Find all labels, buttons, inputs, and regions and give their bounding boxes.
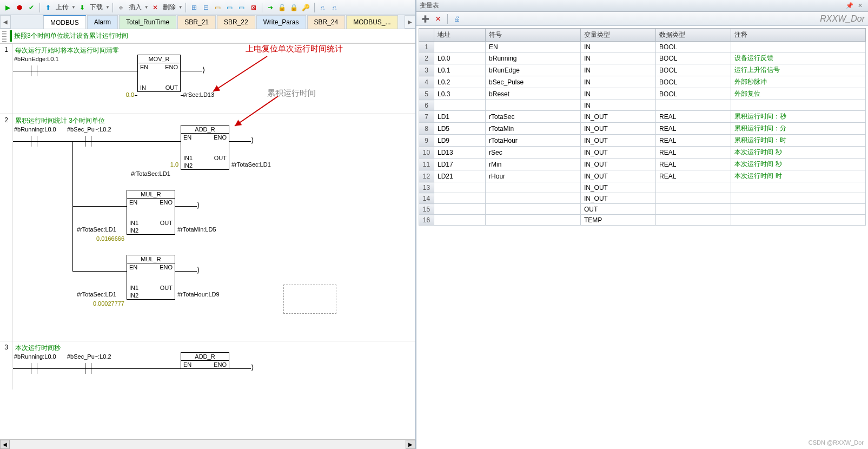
upload-icon[interactable]: ⬆: [43, 2, 54, 13]
cell-address[interactable]: [434, 204, 486, 215]
cell-address[interactable]: [434, 42, 486, 52]
lock-icon[interactable]: 🔓: [277, 2, 288, 13]
cell-symbol[interactable]: bReset: [486, 88, 581, 100]
table-row[interactable]: 5 L0.3 bReset IN BOOL 外部复位: [419, 88, 866, 100]
cell-vartype[interactable]: IN_OUT: [580, 159, 655, 170]
function-block[interactable]: ADD_R ENENO: [181, 352, 229, 369]
cell-datatype[interactable]: BOOL: [656, 42, 731, 52]
ladder-editor[interactable]: 按照3个时间单位统计设备累计运行时间 1 每次运行开始时将本次运行时间清零 #b…: [0, 29, 415, 439]
delete-label[interactable]: 删除: [163, 3, 176, 12]
table-row[interactable]: 4 L0.2 bSec_Pulse IN BOOL 外部秒脉冲: [419, 76, 866, 88]
cell-datatype[interactable]: [656, 193, 731, 204]
cell-datatype[interactable]: BOOL: [656, 52, 731, 64]
cell-vartype[interactable]: IN_OUT: [580, 193, 655, 204]
cell-vartype[interactable]: IN: [580, 88, 655, 100]
cell-comment[interactable]: [731, 215, 866, 226]
cell-datatype[interactable]: BOOL: [656, 76, 731, 88]
col-address[interactable]: 地址: [434, 29, 486, 42]
cell-address[interactable]: LD17: [434, 159, 486, 170]
cell-comment[interactable]: 累积运行时间：分: [731, 123, 866, 135]
cell-datatype[interactable]: REAL: [656, 159, 731, 170]
cell-address[interactable]: LD9: [434, 135, 486, 147]
branch-icon[interactable]: ⎌: [329, 2, 340, 13]
table-row[interactable]: 1 EN IN BOOL: [419, 42, 866, 52]
stop-icon[interactable]: ⬢: [14, 2, 25, 13]
folder-x-icon[interactable]: ⊠: [248, 2, 259, 13]
cell-vartype[interactable]: TEMP: [580, 215, 655, 226]
cell-address[interactable]: [434, 100, 486, 111]
table-row[interactable]: 15 OUT: [419, 204, 866, 215]
cell-symbol[interactable]: [486, 100, 581, 111]
dropdown-icon[interactable]: ▼: [178, 5, 183, 10]
cell-comment[interactable]: 本次运行时间 秒: [731, 159, 866, 170]
table-row[interactable]: 10 LD13 rSec IN_OUT REAL 本次运行时间 秒: [419, 147, 866, 159]
cell-symbol[interactable]: rTotaMin: [486, 123, 581, 135]
cell-datatype[interactable]: [656, 100, 731, 111]
cell-datatype[interactable]: [656, 182, 731, 193]
cell-vartype[interactable]: IN: [580, 42, 655, 52]
cell-address[interactable]: LD1: [434, 111, 486, 123]
cell-address[interactable]: L0.2: [434, 76, 486, 88]
pin-icon[interactable]: 📌: [846, 2, 853, 9]
cell-address[interactable]: L0.0: [434, 52, 486, 64]
table-row[interactable]: 2 L0.0 bRunning IN BOOL 设备运行反馈: [419, 52, 866, 64]
col-vartype[interactable]: 变量类型: [580, 29, 655, 42]
insert-icon[interactable]: ⎆: [116, 2, 127, 13]
function-block[interactable]: ADD_R ENENO IN1OUT IN2: [181, 125, 229, 170]
table-row[interactable]: 13 IN_OUT: [419, 182, 866, 193]
cell-symbol[interactable]: [486, 215, 581, 226]
table-row[interactable]: 7 LD1 rTotaSec IN_OUT REAL 累积运行时间：秒: [419, 111, 866, 123]
cell-comment[interactable]: [731, 204, 866, 215]
download-label[interactable]: 下载: [90, 3, 103, 12]
cell-address[interactable]: L0.3: [434, 88, 486, 100]
cell-comment[interactable]: [731, 182, 866, 193]
contact-icon[interactable]: [83, 363, 93, 374]
table-row[interactable]: 3 L0.1 bRunEdge IN BOOL 运行上升沿信号: [419, 64, 866, 76]
cell-vartype[interactable]: OUT: [580, 204, 655, 215]
cell-symbol[interactable]: bRunning: [486, 52, 581, 64]
cell-comment[interactable]: 运行上升沿信号: [731, 64, 866, 76]
cell-comment[interactable]: [731, 100, 866, 111]
table-row[interactable]: 11 LD17 rMin IN_OUT REAL 本次运行时间 秒: [419, 159, 866, 170]
cell-address[interactable]: LD21: [434, 170, 486, 182]
table-row[interactable]: 12 LD21 rHour IN_OUT REAL 本次运行时间 时: [419, 170, 866, 182]
table-row[interactable]: 9 LD9 rTotaHour IN_OUT REAL 累积运行时间：时: [419, 135, 866, 147]
upload-label[interactable]: 上传: [56, 3, 69, 12]
contact-icon[interactable]: [29, 136, 39, 147]
scroll-left-button[interactable]: ◀: [0, 440, 10, 449]
tab-write-paras[interactable]: Write_Paras: [256, 15, 306, 29]
branch-icon[interactable]: ⎌: [317, 2, 328, 13]
cell-symbol[interactable]: [486, 182, 581, 193]
cell-symbol[interactable]: bRunEdge: [486, 64, 581, 76]
contact-icon[interactable]: [83, 136, 93, 147]
function-block[interactable]: MUL_R ENENO IN1OUT IN2: [127, 255, 175, 300]
close-icon[interactable]: ✕: [858, 2, 863, 9]
dropdown-icon[interactable]: ▼: [105, 5, 110, 10]
cell-datatype[interactable]: BOOL: [656, 64, 731, 76]
cell-datatype[interactable]: REAL: [656, 170, 731, 182]
add-row-icon[interactable]: ➕: [420, 14, 430, 24]
tab-sbr24[interactable]: SBR_24: [307, 15, 346, 29]
cell-datatype[interactable]: [656, 215, 731, 226]
cell-comment[interactable]: 设备运行反馈: [731, 52, 866, 64]
cell-comment[interactable]: 外部秒脉冲: [731, 76, 866, 88]
cell-symbol[interactable]: rTotaHour: [486, 135, 581, 147]
tab-prev-button[interactable]: ◀: [0, 15, 11, 29]
folder-icon[interactable]: ▭: [213, 2, 223, 13]
cell-symbol[interactable]: [486, 193, 581, 204]
cell-vartype[interactable]: IN_OUT: [580, 182, 655, 193]
cell-comment[interactable]: 本次运行时间 秒: [731, 147, 866, 159]
scroll-right-button[interactable]: ▶: [406, 440, 415, 449]
cell-symbol[interactable]: rSec: [486, 147, 581, 159]
download-icon[interactable]: ⬇: [77, 2, 88, 13]
lock-icon[interactable]: 🔒: [289, 2, 300, 13]
cell-address[interactable]: LD5: [434, 123, 486, 135]
col-datatype[interactable]: 数据类型: [656, 29, 731, 42]
tool-icon[interactable]: ⊟: [201, 2, 211, 13]
cell-vartype[interactable]: IN_OUT: [580, 135, 655, 147]
contact-icon[interactable]: [29, 363, 39, 374]
variable-table[interactable]: 地址 符号 变量类型 数据类型 注释 1 EN IN BOOL 2 L0.0 b…: [419, 28, 866, 226]
cell-datatype[interactable]: REAL: [656, 135, 731, 147]
cell-datatype[interactable]: REAL: [656, 147, 731, 159]
cell-address[interactable]: LD13: [434, 147, 486, 159]
